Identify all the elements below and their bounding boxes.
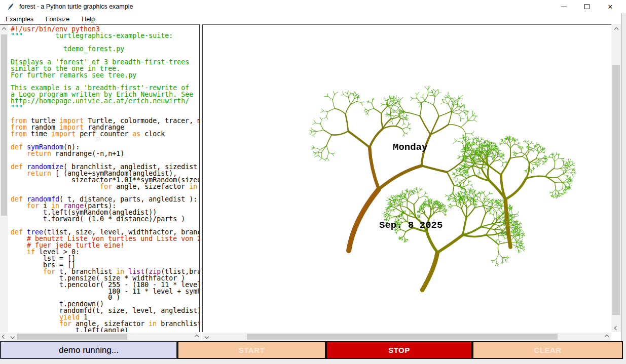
turtle-canvas [203, 25, 611, 333]
close-icon: ✕ [608, 4, 613, 10]
scroll-up-arrow-icon[interactable] [612, 25, 620, 33]
window-edge [621, 13, 626, 359]
canvas-pane [202, 24, 611, 332]
close-button[interactable]: ✕ [599, 0, 622, 13]
scroll-left-arrow-icon[interactable] [203, 333, 210, 340]
stop-button[interactable]: STOP [326, 341, 472, 359]
menu-help[interactable]: Help [81, 15, 100, 24]
menu-examples[interactable]: Examples [5, 15, 39, 24]
code-line: t.forward( (1.0 * distance)/parts ) [11, 216, 199, 223]
code-line: for angle, sizefactor in branchlist ] [11, 184, 199, 190]
app-window: forest - a Python turtle graphics exampl… [0, 0, 626, 364]
canvas-vertical-scrollbar[interactable] [611, 24, 621, 332]
code-vscroll-thumb[interactable] [1, 34, 7, 216]
menu-bar: Examples Fontsize Help [0, 14, 626, 24]
code-hscroll-thumb[interactable] [17, 334, 127, 340]
start-button[interactable]: START [177, 341, 326, 359]
window-title: forest - a Python turtle graphics exampl… [19, 3, 133, 10]
code-text: #!/usr/bin/env python3""" turtlegraphics… [8, 25, 199, 332]
python-feather-icon [7, 3, 15, 11]
code-vertical-scrollbar[interactable] [0, 25, 8, 332]
canvas-horizontal-scrollbar[interactable] [202, 333, 611, 341]
code-line: tdemo_forest.py [11, 46, 199, 53]
maximize-button[interactable] [575, 0, 599, 13]
scroll-left-arrow-icon[interactable] [9, 333, 16, 340]
status-field: demo running... [0, 341, 177, 359]
code-line: """ turtlegraphics-example-suite: [11, 33, 199, 39]
code-horizontal-scrollbar[interactable] [0, 333, 201, 341]
minimize-button[interactable] [552, 0, 575, 13]
window-bottom-edge [0, 359, 626, 364]
minimize-icon [561, 7, 567, 7]
scroll-down-arrow-icon[interactable] [0, 333, 8, 340]
clear-button[interactable]: CLEAR [472, 341, 623, 359]
code-line: from time import perf_counter as clock [11, 131, 199, 138]
code-pane[interactable]: #!/usr/bin/env python3""" turtlegraphics… [0, 24, 200, 332]
code-line: return randrange(-n,n+1) [11, 151, 199, 157]
title-bar[interactable]: forest - a Python turtle graphics exampl… [0, 0, 626, 13]
scroll-up-arrow-icon[interactable] [0, 25, 8, 33]
scroll-down-arrow-icon[interactable] [612, 324, 620, 332]
scroll-right-arrow-icon[interactable] [193, 333, 200, 340]
menu-fontsize[interactable]: Fontsize [45, 15, 75, 24]
canvas-vscroll-thumb[interactable] [612, 65, 620, 315]
code-line: """ [11, 105, 199, 111]
bar-tail [623, 341, 626, 359]
demo-control-bar: demo running... START STOP CLEAR [0, 341, 626, 359]
code-line: For further remarks see tree.py [11, 72, 199, 79]
code-line: t.left(angle) [11, 328, 199, 332]
code-line: http://homepage.univie.ac.at/erich.neuwi… [11, 98, 199, 105]
scroll-right-arrow-icon[interactable] [603, 333, 610, 340]
canvas-hscroll-thumb[interactable] [247, 334, 558, 340]
maximize-icon [584, 4, 590, 9]
